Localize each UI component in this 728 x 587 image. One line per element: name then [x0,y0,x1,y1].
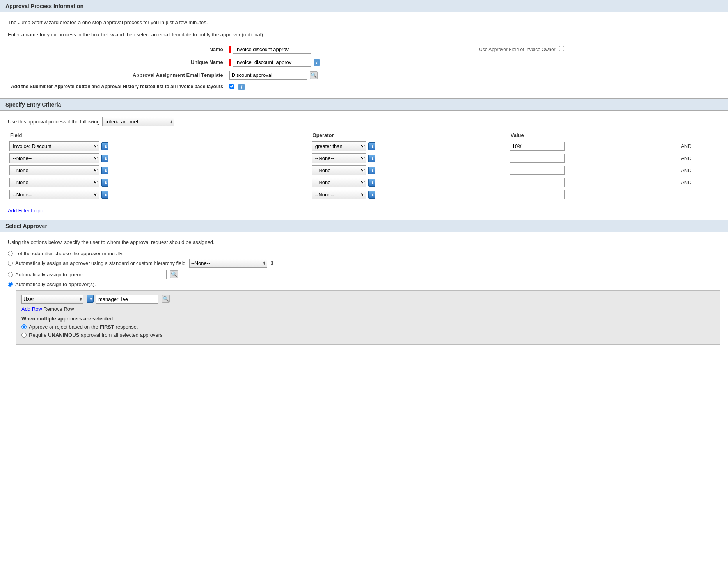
approver-radio-4[interactable] [8,282,13,287]
operator-wrapper-4: --None-- [312,178,366,187]
operator-blue-select-4[interactable] [368,179,375,187]
hierarchy-select[interactable]: --None-- [189,259,267,268]
entry-criteria-header: Specify Entry Criteria [0,98,728,111]
email-template-cell: 🔍 [226,69,456,82]
criteria-intro-text: Use this approval process if the followi… [8,119,100,125]
field-blue-select-4[interactable] [101,179,108,187]
operator-select-4[interactable]: --None-- [312,178,366,187]
field-select-wrapper-4: --None-- [9,178,99,187]
unique-name-input[interactable] [233,58,311,67]
value-cell-1 [508,140,679,153]
multiple-option-2: Require UNANIMOUS approval from all sele… [21,332,714,338]
operator-arrow-wrapper-5 [368,191,375,199]
operator-arrow-wrapper-4 [368,179,375,187]
name-cell [226,43,456,56]
value-input-2[interactable] [510,154,565,163]
field-blue-select-3[interactable] [101,167,108,174]
operator-wrapper-1: greater than less than equals [312,141,366,151]
unique-name-label: Unique Name [8,56,226,69]
approver-box: User Group Role Role and Subordinates 🔍 … [16,290,720,345]
table-row: --None-- --None-- [8,176,720,189]
value-input-5[interactable] [510,190,565,199]
value-cell-2 [508,152,679,164]
field-arrow-wrapper-3 [101,167,108,174]
field-cell-5: --None-- [8,189,310,201]
operator-select-1[interactable]: greater than less than equals [312,141,366,151]
table-row: --None-- --None-- [8,164,720,176]
field-cell-1: Invoice: Discount [8,140,310,153]
field-select-wrapper-3: --None-- [9,165,99,175]
add-row-link[interactable]: Add Row [21,306,42,312]
field-blue-select-5[interactable] [101,191,108,199]
table-row: Invoice: Discount greater than [8,140,720,153]
field-select-4[interactable]: --None-- [9,178,99,187]
approval-form-table: Name Use Approver Field of Invoice Owner… [8,43,720,92]
empty-cell3 [456,82,720,92]
operator-cell-5: --None-- [310,189,508,201]
name-input[interactable] [233,45,311,54]
operator-arrow-wrapper-3 [368,167,375,174]
approver-radio-2[interactable] [8,261,13,266]
field-blue-select-1[interactable] [101,142,108,150]
approver-radio-1[interactable] [8,251,13,256]
add-submit-row: Add the Submit for Approval button and A… [8,82,720,92]
add-submit-info-icon[interactable]: i [238,84,245,90]
multiple-radio-1[interactable] [21,324,27,329]
field-col-header: Field [8,131,310,140]
unique-name-info-icon[interactable]: i [314,59,320,66]
operator-select-2[interactable]: --None-- [312,153,366,163]
value-input-1[interactable] [510,142,565,151]
empty-cell2 [456,69,720,82]
field-select-3[interactable]: --None-- [9,165,99,175]
operator-cell-1: greater than less than equals [310,140,508,153]
remove-row-link[interactable]: Remove Row [43,306,74,312]
operator-blue-select-5[interactable] [368,191,375,199]
multiple-option-2-label: Require UNANIMOUS approval from all sele… [29,332,164,338]
name-row: Name Use Approver Field of Invoice Owner [8,43,720,56]
operator-select-3[interactable]: --None-- [312,165,366,175]
criteria-type-select[interactable]: criteria are met formula evaluates to tr… [102,117,174,126]
approver-user-input[interactable] [96,295,158,304]
add-filter-logic-link[interactable]: Add Filter Logic... [8,208,47,213]
field-select-1[interactable]: Invoice: Discount [9,141,99,151]
multiple-radio-2[interactable] [21,333,27,338]
field-blue-select-2[interactable] [101,155,108,162]
queue-input[interactable] [89,270,167,279]
hierarchy-arrow-icon: ⬍ [270,260,275,267]
queue-search-icon[interactable]: 🔍 [170,270,178,278]
multiple-approvers-label: When multiple approvers are selected: [21,316,714,322]
operator-blue-select-2[interactable] [368,155,375,162]
operator-blue-select-1[interactable] [368,142,375,150]
field-select-wrapper-2: --None-- [9,153,99,163]
and-label-1: AND [679,140,720,153]
operator-cell-4: --None-- [310,176,508,189]
multiple-option-1-label: Approve or reject based on the FIRST res… [29,324,138,330]
approver-user-search-icon[interactable]: 🔍 [162,295,170,303]
and-label-5 [679,189,720,201]
field-select-5[interactable]: --None-- [9,190,99,199]
field-select-wrapper-5: --None-- [9,190,99,199]
email-template-search-icon[interactable]: 🔍 [310,71,318,79]
use-approver-checkbox[interactable] [559,46,564,51]
add-submit-checkbox[interactable] [229,84,234,89]
approver-type-select[interactable]: User Group Role Role and Subordinates [21,295,83,304]
criteria-tbody: Invoice: Discount greater than [8,140,720,201]
description1: The Jump Start wizard creates a one-step… [8,19,720,27]
approver-type-blue-select[interactable] [87,295,94,303]
add-remove-row: Add Row Remove Row [21,306,714,312]
value-input-3[interactable] [510,166,565,175]
field-select-2[interactable]: --None-- [9,153,99,163]
value-cell-5 [508,189,679,201]
approver-option-2: Automatically assign an approver using a… [8,259,720,268]
email-template-input[interactable] [229,71,307,80]
add-submit-cell: i [226,82,456,92]
approver-radio-3[interactable] [8,272,13,277]
field-arrow-wrapper-2 [101,155,108,162]
email-template-row: Approval Assignment Email Template 🔍 [8,69,720,82]
operator-blue-select-3[interactable] [368,167,375,174]
unanimous-bold: UNANIMOUS [48,332,79,338]
value-input-4[interactable] [510,178,565,187]
operator-select-5[interactable]: --None-- [312,190,366,199]
criteria-thead: Field Operator Value [8,131,720,140]
approval-process-section: Approval Process Information The Jump St… [0,0,728,98]
